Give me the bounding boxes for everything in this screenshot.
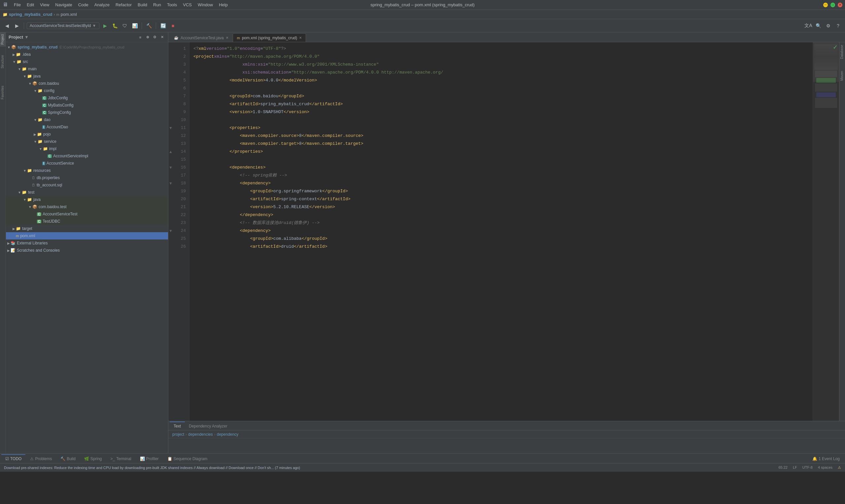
tree-item-main[interactable]: ▼ 📁 main: [6, 65, 168, 73]
tree-item-impl[interactable]: ▼ 📁 impl: [6, 145, 168, 152]
build-button[interactable]: 🔨: [145, 21, 153, 30]
tree-item-scratches[interactable]: ▶ 📝 Scratches and Consoles: [6, 247, 168, 254]
line-num-19: 19: [173, 187, 188, 195]
indent[interactable]: 4 spaces: [818, 465, 832, 470]
tab-sequence-diagram[interactable]: 📋 Sequence Diagram: [163, 454, 212, 463]
settings-button[interactable]: ⚙: [824, 21, 832, 30]
tab-build[interactable]: 🔨 Build: [56, 454, 80, 463]
stop-button[interactable]: ■: [169, 21, 177, 30]
run-button[interactable]: ▶: [101, 21, 109, 30]
tree-item-com-baidou-test[interactable]: ▼ 📦 com.baidou.test: [6, 203, 168, 211]
settings-tree-button[interactable]: ⚙: [152, 34, 158, 40]
gutter-line-14[interactable]: ▲: [168, 148, 173, 156]
menu-help[interactable]: Help: [216, 2, 230, 8]
structure-side-tab[interactable]: Structure: [0, 53, 6, 71]
arrow-icon: ▶: [13, 53, 15, 56]
line-ending[interactable]: LF: [793, 465, 797, 470]
tree-item-pom-xml[interactable]: ▶ m pom.xml: [6, 232, 168, 239]
tab-spring[interactable]: 🌿 Spring: [80, 454, 106, 463]
tab-AccountServiceTest[interactable]: ☕ AccountServiceTest.java ✕: [170, 33, 233, 42]
favorites-side-tab[interactable]: Favorites: [0, 84, 6, 101]
database-side-tab[interactable]: Database: [839, 42, 845, 62]
tree-item-SpringConfig[interactable]: ▶ C SpringConfig: [6, 109, 168, 116]
tab-close-icon[interactable]: ✕: [299, 36, 302, 40]
minimize-button[interactable]: ─: [823, 3, 828, 7]
update-button[interactable]: 🔄: [159, 21, 168, 30]
tree-item-TestJDBC[interactable]: ▶ C TestJDBC: [6, 218, 168, 225]
hide-panel-button[interactable]: ✕: [159, 34, 165, 40]
gutter-line-11[interactable]: ▼: [168, 124, 173, 132]
menu-refactor[interactable]: Refactor: [113, 2, 134, 8]
search-button[interactable]: 🔍: [814, 21, 823, 30]
tree-item-AccountService[interactable]: ▶ I AccountService: [6, 160, 168, 167]
tree-item-MyBatisConfig[interactable]: ▶ C MyBatisConfig: [6, 102, 168, 109]
project-name[interactable]: spring_mybatis_crud: [9, 12, 52, 17]
tree-item-resources[interactable]: ▼ 📁 resources: [6, 167, 168, 174]
tab-profiler[interactable]: 📊 Profiler: [136, 454, 163, 463]
cursor-position[interactable]: 65:22: [778, 465, 788, 470]
tree-item-AccountServiceImpl[interactable]: ▶ C AccountServiceImpl: [6, 152, 168, 160]
tree-item-dao[interactable]: ▼ 📁 dao: [6, 116, 168, 123]
coverage-button[interactable]: 🛡: [121, 21, 129, 30]
maximize-button[interactable]: □: [830, 3, 835, 7]
tab-pom-xml[interactable]: m pom.xml (spring_mybatis_crud) ✕: [233, 33, 306, 42]
bc-dependencies[interactable]: dependencies: [188, 432, 213, 437]
tree-item-idea[interactable]: ▶ 📁 .idea: [6, 51, 168, 58]
menu-navigate[interactable]: Navigate: [52, 2, 75, 8]
translate-button[interactable]: 文A: [804, 21, 813, 30]
tree-item-AccountDao[interactable]: ▶ I AccountDao: [6, 123, 168, 131]
tab-problems[interactable]: ⚠ Problems: [26, 454, 56, 463]
tree-item-JdbcConfig[interactable]: ▶ C JdbcConfig: [6, 94, 168, 102]
project-dropdown-icon[interactable]: ▼: [24, 35, 29, 40]
breadcrumb-filename[interactable]: pom.xml: [61, 12, 77, 17]
bottom-tab-dependency[interactable]: Dependency Analyzer: [185, 421, 231, 430]
bc-project[interactable]: project: [172, 432, 184, 437]
run-config-selector[interactable]: AccountServiceTest.testSelectById ▼: [27, 22, 99, 29]
encoding[interactable]: UTF-8: [803, 465, 813, 470]
bottom-tab-text[interactable]: Text: [170, 421, 185, 430]
tab-event-log[interactable]: 🔔 1 Event Log: [808, 454, 844, 463]
tree-item-AccountServiceTest[interactable]: ▶ C AccountServiceTest: [6, 211, 168, 218]
tab-todo[interactable]: ☑ TODO: [1, 454, 25, 463]
tree-item-external-libraries[interactable]: ▶ 📚 External Libraries: [6, 239, 168, 247]
tree-item-java-test[interactable]: ▼ 📁 java: [6, 196, 168, 203]
maven-side-tab[interactable]: Maven: [839, 68, 845, 84]
close-button[interactable]: ✕: [838, 3, 842, 7]
code-editor[interactable]: <?xml version="1.0" encoding="UTF-8"?> <…: [190, 42, 813, 421]
profile-button[interactable]: 📊: [130, 21, 139, 30]
menu-build[interactable]: Build: [135, 2, 150, 8]
menu-edit[interactable]: Edit: [24, 2, 37, 8]
menu-tools[interactable]: Tools: [164, 2, 179, 8]
tree-item-root[interactable]: ▼ 📦 spring_mybatis_crud E:\Code\MyProjec…: [6, 43, 168, 51]
gutter-line-24[interactable]: ▼: [168, 227, 173, 235]
tree-item-service[interactable]: ▼ 📁 service: [6, 138, 168, 145]
menu-code[interactable]: Code: [75, 2, 91, 8]
help-button[interactable]: ?: [834, 21, 842, 30]
menu-window[interactable]: Window: [195, 2, 215, 8]
menu-vcs[interactable]: VCS: [180, 2, 194, 8]
debug-button[interactable]: 🐛: [110, 21, 119, 30]
menu-run[interactable]: Run: [151, 2, 164, 8]
scroll-to-center-button[interactable]: ⊕: [144, 34, 151, 40]
menu-analyze[interactable]: Analyze: [92, 2, 112, 8]
tree-item-src[interactable]: ▼ 📁 src: [6, 58, 168, 65]
tree-item-db-properties[interactable]: ▶ 🗒 db.properties: [6, 174, 168, 181]
back-button[interactable]: ◀: [3, 21, 11, 30]
project-side-tab[interactable]: Project: [0, 32, 6, 47]
tree-item-pojo[interactable]: ▶ 📁 pojo: [6, 131, 168, 138]
forward-button[interactable]: ▶: [13, 21, 21, 30]
tab-terminal[interactable]: >_ Terminal: [107, 454, 135, 463]
tree-item-config[interactable]: ▼ 📁 config: [6, 87, 168, 94]
gutter-line-16[interactable]: ▼: [168, 164, 173, 172]
tree-item-target[interactable]: ▶ 📁 target: [6, 225, 168, 232]
tab-close-icon[interactable]: ✕: [226, 36, 228, 40]
tree-item-com-baidou[interactable]: ▼ 📦 com.baidou: [6, 80, 168, 87]
menu-file[interactable]: File: [11, 2, 23, 8]
tree-item-java[interactable]: ▼ 📁 java: [6, 73, 168, 80]
tree-item-tb-account-sql[interactable]: ▶ 🗒 tb_account.sql: [6, 181, 168, 189]
collapse-all-button[interactable]: ≡: [137, 34, 144, 40]
bc-dependency[interactable]: dependency: [217, 432, 238, 437]
tree-item-test[interactable]: ▼ 📁 test: [6, 189, 168, 196]
menu-view[interactable]: View: [37, 2, 52, 8]
gutter-line-18[interactable]: ▼: [168, 179, 173, 187]
